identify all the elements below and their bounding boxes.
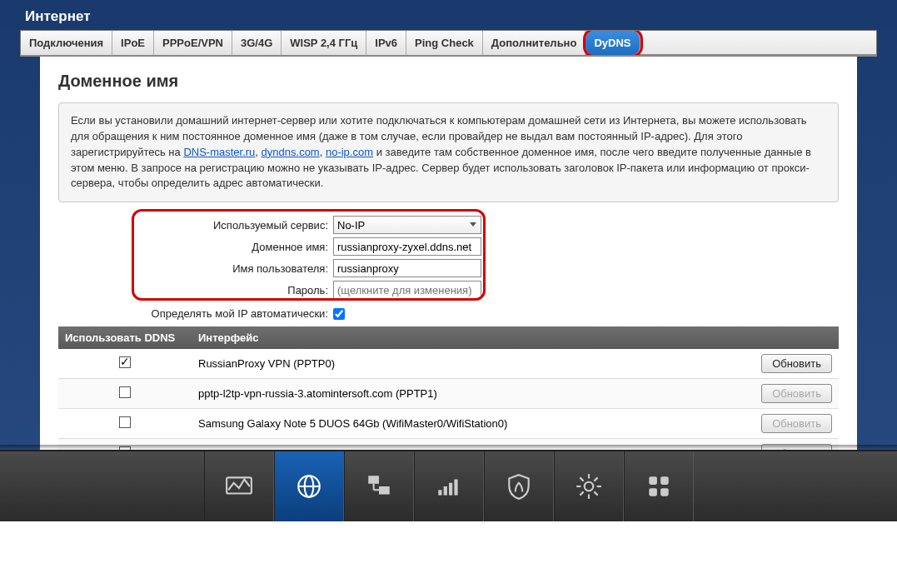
col-interface: Интерфейс bbox=[192, 326, 747, 349]
row-iface: RussianProxy VPN (PPTP0) bbox=[192, 349, 747, 379]
nav-wifi-icon[interactable] bbox=[414, 451, 484, 521]
tab-additional[interactable]: Дополнительно bbox=[483, 31, 586, 55]
tab-ipoe[interactable]: IPoE bbox=[112, 31, 154, 55]
row-iface: pptp-l2tp-vpn-russia-3.atomintersoft.com… bbox=[192, 379, 747, 409]
tab-3g-4g[interactable]: 3G/4G bbox=[232, 31, 282, 55]
svg-rect-9 bbox=[443, 486, 446, 496]
svg-rect-4 bbox=[368, 476, 379, 484]
row-checkbox[interactable] bbox=[119, 416, 131, 428]
link-dyndns[interactable]: dyndns.com bbox=[262, 146, 320, 158]
table-row: pptp-l2tp-vpn-russia-3.atomintersoft.com… bbox=[58, 379, 839, 409]
update-button[interactable]: Обновить bbox=[761, 414, 832, 433]
row-iface: Samsung Galaxy Note 5 DUOS 64Gb (WifiMas… bbox=[192, 409, 747, 439]
page-title: Интернет bbox=[0, 0, 897, 30]
tab-pppoe-vpn[interactable]: PPPoE/VPN bbox=[154, 31, 232, 55]
label-autoip: Определять мой IP автоматически: bbox=[58, 307, 333, 320]
tab-podklyucheniya[interactable]: Подключения bbox=[21, 31, 112, 55]
tab-ping-check[interactable]: Ping Check bbox=[406, 31, 483, 55]
nav-globe-icon[interactable] bbox=[274, 451, 344, 521]
checkbox-autoip[interactable] bbox=[333, 308, 345, 320]
link-dns-master[interactable]: DNS-master.ru bbox=[183, 146, 255, 158]
nav-gear-icon[interactable] bbox=[554, 451, 624, 521]
link-no-ip[interactable]: no-ip.com bbox=[326, 146, 373, 158]
row-checkbox[interactable] bbox=[119, 386, 131, 398]
svg-rect-10 bbox=[449, 483, 452, 496]
tab-ipv6[interactable]: IPv6 bbox=[366, 31, 406, 55]
nav-shield-icon[interactable] bbox=[484, 451, 554, 521]
label-username: Имя пользователя: bbox=[58, 262, 333, 275]
svg-rect-0 bbox=[227, 478, 252, 494]
svg-rect-8 bbox=[438, 490, 441, 495]
svg-point-12 bbox=[584, 482, 593, 491]
svg-rect-21 bbox=[649, 477, 657, 486]
tab-bar: Подключения IPoE PPPoE/VPN 3G/4G WISP 2,… bbox=[20, 30, 877, 55]
table-row: Samsung Galaxy Note 5 DUOS 64Gb (WifiMas… bbox=[58, 409, 839, 439]
svg-rect-24 bbox=[660, 488, 669, 496]
input-password[interactable] bbox=[333, 281, 481, 299]
nav-apps-icon[interactable] bbox=[624, 451, 694, 521]
svg-line-20 bbox=[594, 478, 597, 481]
label-password: Пароль: bbox=[58, 284, 333, 296]
input-username[interactable] bbox=[333, 259, 481, 277]
update-button[interactable]: Обновить bbox=[761, 354, 832, 373]
svg-line-17 bbox=[580, 478, 583, 481]
update-button[interactable]: Обновить bbox=[761, 384, 832, 403]
bottom-nav bbox=[0, 450, 897, 521]
svg-rect-23 bbox=[649, 488, 657, 496]
select-service[interactable]: No-IP bbox=[333, 216, 481, 234]
svg-rect-22 bbox=[660, 477, 669, 486]
col-use-ddns: Использовать DDNS bbox=[58, 326, 192, 349]
tab-wisp[interactable]: WISP 2,4 ГГц bbox=[282, 31, 366, 55]
nav-monitor-icon[interactable] bbox=[204, 451, 274, 521]
tab-dydns[interactable]: DyDNS bbox=[586, 31, 640, 55]
section-heading: Доменное имя bbox=[58, 72, 839, 91]
nav-network-icon[interactable] bbox=[344, 451, 414, 521]
input-domain[interactable] bbox=[333, 237, 481, 256]
table-row: RussianProxy VPN (PPTP0) Обновить bbox=[58, 349, 839, 379]
info-box: Если вы установили домашний интернет-сер… bbox=[58, 102, 839, 202]
svg-rect-11 bbox=[454, 480, 457, 496]
label-service: Используемый сервис: bbox=[58, 219, 333, 232]
row-checkbox[interactable] bbox=[119, 356, 131, 368]
svg-line-18 bbox=[594, 492, 597, 496]
label-domain: Доменное имя: bbox=[58, 241, 333, 253]
svg-line-19 bbox=[580, 492, 583, 496]
